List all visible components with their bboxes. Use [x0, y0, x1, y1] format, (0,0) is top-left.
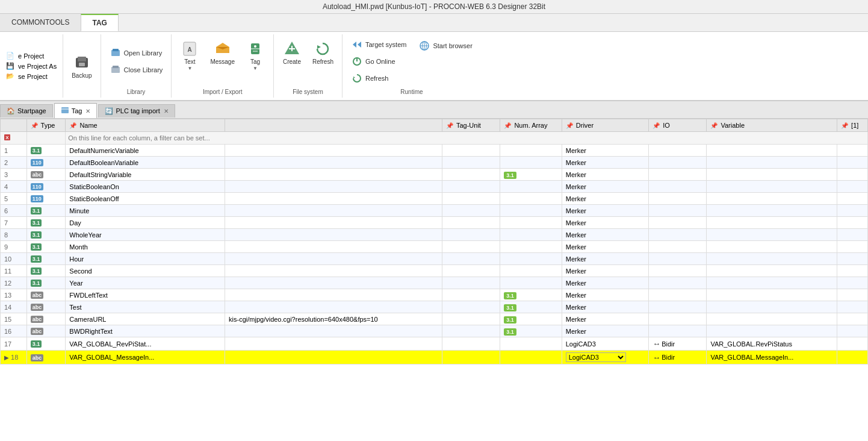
- doc-tab-plc-tag[interactable]: 🔄 PLC tag import ✕: [98, 104, 175, 117]
- row-name[interactable]: Second: [66, 265, 225, 277]
- row-extra: [837, 205, 868, 217]
- tag-tab-close[interactable]: ✕: [85, 108, 90, 114]
- message-btn-label: Message: [210, 58, 235, 66]
- open-library-icon: [110, 47, 122, 59]
- row-name[interactable]: DefaultStringVariable: [66, 169, 225, 181]
- row-num: 11: [1, 265, 27, 277]
- row-name[interactable]: StaticBooleanOn: [66, 181, 225, 193]
- row-name[interactable]: DefaultNumericVariable: [66, 145, 225, 157]
- row-tagunit: [442, 289, 500, 301]
- row-name[interactable]: Year: [66, 277, 225, 289]
- row-variable: VAR_GLOBAL.RevPiStatus: [707, 337, 837, 351]
- plc-tab-close[interactable]: ✕: [164, 108, 169, 114]
- row-value: [225, 205, 442, 217]
- row-io: [649, 241, 707, 253]
- row-numarray: [500, 205, 562, 217]
- refresh-fs-btn[interactable]: Refresh: [309, 37, 337, 68]
- row-driver: Merker: [562, 253, 648, 265]
- row-value: [225, 337, 442, 351]
- svg-marker-20: [358, 42, 361, 48]
- library-group-label: Library: [127, 86, 146, 95]
- col-header-numarray[interactable]: 📌 Num. Array: [500, 119, 562, 132]
- table-row: 2110DefaultBooleanVariableMerker: [1, 157, 868, 169]
- col-header-io[interactable]: 📌 IO: [649, 119, 707, 132]
- row-name[interactable]: DefaultBooleanVariable: [66, 157, 225, 169]
- close-project-btn[interactable]: 📂 se Project: [5, 72, 58, 81]
- doc-tab-tag[interactable]: Tag ✕: [54, 103, 98, 118]
- save-project-as-btn[interactable]: 💾 ve Project As: [5, 61, 58, 70]
- text-icon: A: [180, 39, 199, 58]
- row-numarray: [500, 229, 562, 241]
- refresh-runtime-btn[interactable]: Refresh: [347, 70, 410, 86]
- col-header-variable[interactable]: 📌 Variable: [707, 119, 837, 132]
- open-library-btn[interactable]: Open Library: [106, 45, 167, 61]
- row-type: 110: [26, 193, 66, 205]
- row-name[interactable]: Month: [66, 241, 225, 253]
- row-io: [649, 313, 707, 325]
- table-row: 3abcDefaultStringVariable3.1Merker: [1, 169, 868, 181]
- tab-commontools[interactable]: COMMONTOOLS: [0, 14, 81, 31]
- row-tagunit: [442, 313, 500, 325]
- start-browser-btn[interactable]: Start browser: [415, 38, 476, 54]
- filter-input[interactable]: [68, 134, 865, 142]
- row-driver[interactable]: LogiCAD3: [562, 351, 648, 364]
- go-online-btn[interactable]: Go Online: [347, 54, 410, 69]
- tab-tag[interactable]: TAG: [81, 14, 118, 31]
- row-io: [649, 169, 707, 181]
- tag-import-btn[interactable]: Tag ▼: [242, 37, 268, 74]
- col-header-type[interactable]: 📌 Type: [26, 119, 66, 132]
- row-driver: Merker: [562, 277, 648, 289]
- col-header-tagunit[interactable]: 📌 Tag-Unit: [442, 119, 500, 132]
- backup-btn[interactable]: Backup: [68, 51, 95, 82]
- row-name[interactable]: VAR_GLOBAL_MessageIn...: [66, 351, 225, 364]
- col-header-name[interactable]: 📌 Name: [66, 119, 225, 132]
- tag-tab-icon: [61, 106, 69, 116]
- row-name[interactable]: Hour: [66, 253, 225, 265]
- row-driver: Merker: [562, 145, 648, 157]
- table-header-row: 📌 Type 📌 Name 📌 Tag-Unit 📌 Num. Array: [1, 119, 868, 132]
- tag-table: 📌 Type 📌 Name 📌 Tag-Unit 📌 Num. Array: [0, 119, 868, 364]
- row-extra: [837, 277, 868, 289]
- row-tagunit: [442, 301, 500, 313]
- svg-rect-28: [61, 107, 69, 113]
- col-header-driver[interactable]: 📌 Driver: [562, 119, 648, 132]
- text-btn[interactable]: A Text ▼: [176, 37, 203, 74]
- row-name[interactable]: Day: [66, 217, 225, 229]
- row-tagunit: [442, 193, 500, 205]
- close-library-btn[interactable]: Close Library: [106, 62, 167, 78]
- row-name[interactable]: FWDLeftText: [66, 289, 225, 301]
- row-value: [225, 217, 442, 229]
- row-extra: [837, 289, 868, 301]
- row-name[interactable]: BWDRightText: [66, 325, 225, 337]
- driver-select[interactable]: LogiCAD3: [566, 352, 626, 362]
- row-num: 5: [1, 193, 27, 205]
- row-type: abc: [26, 289, 66, 301]
- row-num: 12: [1, 277, 27, 289]
- create-btn[interactable]: Create: [279, 37, 305, 68]
- row-name[interactable]: Minute: [66, 205, 225, 217]
- row-name[interactable]: WholeYear: [66, 229, 225, 241]
- row-tagunit: [442, 241, 500, 253]
- row-driver: Merker: [562, 181, 648, 193]
- row-name[interactable]: Test: [66, 301, 225, 313]
- target-system-btn[interactable]: Target system: [347, 37, 410, 52]
- message-btn[interactable]: Message: [206, 37, 238, 68]
- row-num: 1: [1, 145, 27, 157]
- row-value: [225, 265, 442, 277]
- runtime-label: Runtime: [400, 86, 423, 95]
- row-extra: [837, 241, 868, 253]
- row-value: [225, 301, 442, 313]
- row-numarray: 3.1: [500, 325, 562, 337]
- row-name[interactable]: VAR_GLOBAL_RevPiStat...: [66, 337, 225, 351]
- open-project-btn[interactable]: 📄 e Project: [5, 51, 58, 60]
- filter-input-cell[interactable]: [66, 132, 868, 145]
- row-extra: [837, 253, 868, 265]
- row-io: [649, 229, 707, 241]
- row-num: 8: [1, 229, 27, 241]
- row-numarray: [500, 217, 562, 229]
- col-header-extra[interactable]: 📌 [1]: [837, 119, 868, 132]
- row-value: [225, 145, 442, 157]
- row-name[interactable]: StaticBooleanOff: [66, 193, 225, 205]
- doc-tab-startpage[interactable]: 🏠 Startpage: [0, 104, 53, 117]
- row-name[interactable]: CameraURL: [66, 313, 225, 325]
